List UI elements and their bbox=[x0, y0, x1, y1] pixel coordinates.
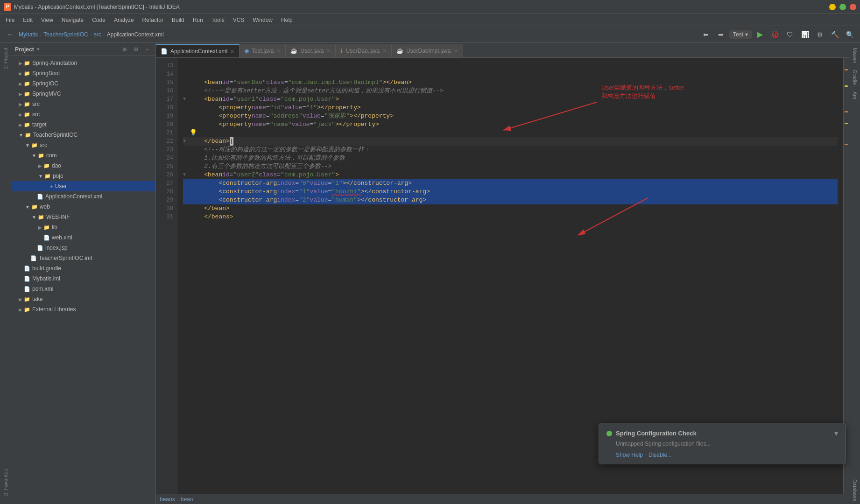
database-tab[interactable]: Database bbox=[851, 476, 859, 504]
tab-userdaoimpl[interactable]: ☕ UserDaoImpl.java ✕ bbox=[392, 44, 463, 57]
tree-item-spring-annotation[interactable]: ▶📁Spring-Annotation bbox=[11, 58, 155, 68]
fold-21[interactable] bbox=[183, 129, 190, 137]
navigate-back-button[interactable]: ⬅ bbox=[699, 28, 712, 41]
tree-item-web[interactable]: ▼📁web bbox=[11, 202, 155, 212]
menu-refactor[interactable]: Refactor bbox=[139, 16, 167, 24]
tree-item-src-1[interactable]: ▶📁src bbox=[11, 99, 155, 109]
close-button[interactable] bbox=[850, 4, 856, 10]
fold-29[interactable] bbox=[183, 196, 190, 204]
run-config-selector[interactable]: Test ▾ bbox=[729, 30, 752, 39]
fold-23[interactable] bbox=[183, 146, 190, 154]
tab-test-close[interactable]: ✕ bbox=[276, 48, 281, 54]
fold-18[interactable] bbox=[183, 104, 190, 112]
tree-item-webxml[interactable]: ▶ 📄 web.xml bbox=[11, 232, 155, 243]
fold-26[interactable]: ▼ bbox=[183, 171, 190, 179]
menu-code[interactable]: Code bbox=[88, 16, 109, 24]
fold-22[interactable]: ▼ bbox=[183, 137, 190, 146]
fold-28[interactable] bbox=[183, 188, 190, 196]
toolbar-back-button[interactable]: ← bbox=[4, 28, 17, 41]
menu-build[interactable]: Build bbox=[168, 16, 188, 24]
tree-item-iml[interactable]: ▶ 📄 TeacherSprintIOC.iml bbox=[11, 253, 155, 263]
tree-item-springboot[interactable]: ▶📁SpringBoot bbox=[11, 68, 155, 78]
tab-test[interactable]: ◉ Test.java ✕ bbox=[240, 44, 286, 57]
minimize-button[interactable] bbox=[829, 4, 836, 10]
breadcrumb-beans[interactable]: beans bbox=[160, 496, 175, 503]
menu-tools[interactable]: Tools bbox=[208, 16, 228, 24]
menu-help[interactable]: Help bbox=[277, 16, 296, 24]
tab-user-close[interactable]: ✕ bbox=[326, 48, 331, 54]
tree-item-indexjsp[interactable]: ▶ 📄 index.jsp bbox=[11, 243, 155, 253]
breadcrumb-teacher[interactable]: TeacherSprintIOC bbox=[43, 31, 88, 38]
profile-button[interactable]: 📊 bbox=[798, 28, 811, 41]
fold-13[interactable] bbox=[183, 62, 190, 70]
tab-userdaoimpl-close[interactable]: ✕ bbox=[454, 48, 458, 54]
breadcrumb-mybatis[interactable]: Mybatis bbox=[19, 31, 38, 38]
tree-item-applicationcontext[interactable]: ▶ 📄 ApplicationContext.xml bbox=[11, 191, 155, 202]
tab-user[interactable]: ☕ User.java ✕ bbox=[286, 44, 336, 57]
menu-analyze[interactable]: Analyze bbox=[110, 16, 138, 24]
tree-item-pojo[interactable]: ▼📁pojo bbox=[11, 171, 155, 181]
tab-userdao[interactable]: ℹ UserDao.java ✕ bbox=[336, 44, 392, 57]
navigate-forward-button[interactable]: ➡ bbox=[714, 28, 727, 41]
tree-item-src-main[interactable]: ▼📁src bbox=[11, 140, 155, 150]
project-dropdown[interactable]: ▾ bbox=[37, 46, 40, 52]
tree-item-pomxml[interactable]: ▶ 📄 pom.xml bbox=[11, 284, 155, 294]
fold-27[interactable] bbox=[183, 179, 190, 188]
fold-15[interactable] bbox=[183, 78, 190, 87]
fold-16[interactable] bbox=[183, 87, 190, 95]
menu-run[interactable]: Run bbox=[189, 16, 207, 24]
show-help-link[interactable]: Show Help bbox=[616, 452, 643, 458]
menu-edit[interactable]: Edit bbox=[19, 16, 36, 24]
tree-item-springmvc[interactable]: ▶📁SpringMVC bbox=[11, 89, 155, 99]
tree-item-target[interactable]: ▶📁target bbox=[11, 119, 155, 130]
tree-item-buildgradle[interactable]: ▶ 📄 build.gradle bbox=[11, 263, 155, 273]
tab-applicationcontext-close[interactable]: ✕ bbox=[230, 49, 234, 55]
build-button[interactable]: 🔨 bbox=[828, 28, 841, 41]
tree-item-src-2[interactable]: ▶📁src bbox=[11, 109, 155, 119]
run-button[interactable]: ▶ bbox=[754, 28, 767, 41]
maven-tab[interactable]: Maven bbox=[851, 45, 859, 66]
menu-view[interactable]: View bbox=[37, 16, 57, 24]
tree-item-mybatisiml[interactable]: ▶ 📄 Mybatis.iml bbox=[11, 273, 155, 284]
fold-17[interactable]: ▼ bbox=[183, 95, 190, 104]
fold-20[interactable] bbox=[183, 120, 190, 129]
tab-applicationcontext[interactable]: 📄 ApplicationContext.xml ✕ bbox=[156, 44, 240, 57]
fold-24[interactable] bbox=[183, 154, 190, 162]
tree-item-webinf[interactable]: ▼📁WEB-INF bbox=[11, 212, 155, 222]
fold-25[interactable] bbox=[183, 162, 190, 171]
sidebar-scope-icon[interactable]: ⊕ bbox=[120, 45, 129, 54]
menu-vcs[interactable]: VCS bbox=[229, 16, 248, 24]
fold-19[interactable] bbox=[183, 112, 190, 120]
window-controls[interactable] bbox=[829, 4, 856, 10]
tree-item-com[interactable]: ▼📁com bbox=[11, 150, 155, 161]
breadcrumb-bean[interactable]: bean bbox=[181, 496, 193, 503]
spring-popup-close[interactable]: ▾ bbox=[834, 429, 838, 438]
menu-navigate[interactable]: Navigate bbox=[58, 16, 87, 24]
breadcrumb-src[interactable]: src bbox=[94, 31, 101, 38]
fold-31[interactable] bbox=[183, 213, 190, 221]
fold-14[interactable] bbox=[183, 70, 190, 78]
project-panel-tab[interactable]: 1: Project bbox=[2, 45, 9, 72]
tree-item-take[interactable]: ▶📁take bbox=[11, 294, 155, 304]
disable-link[interactable]: Disable... bbox=[649, 452, 672, 458]
maximize-button[interactable] bbox=[839, 4, 846, 10]
sidebar-collapse-icon[interactable]: − bbox=[142, 45, 152, 54]
ant-tab[interactable]: Ant bbox=[851, 89, 859, 102]
debug-button[interactable]: 🐞 bbox=[768, 28, 782, 41]
fold-30[interactable] bbox=[183, 204, 190, 213]
menu-file[interactable]: File bbox=[2, 16, 18, 24]
favorites-panel-tab[interactable]: 2: Favorites bbox=[2, 466, 9, 498]
sidebar-settings-icon[interactable]: ⚙ bbox=[131, 45, 141, 54]
tab-userdao-close[interactable]: ✕ bbox=[382, 48, 387, 54]
tree-item-teachersprintioc[interactable]: ▼📁TeacherSprintIOC bbox=[11, 130, 155, 140]
tree-item-external-libs[interactable]: ▶📁External Libraries bbox=[11, 304, 155, 315]
coverage-button[interactable]: 🛡 bbox=[783, 28, 797, 41]
settings-button[interactable]: ⚙ bbox=[813, 28, 826, 41]
gradle-tab[interactable]: Gradle bbox=[851, 67, 859, 88]
tree-item-springioc[interactable]: ▶📁SpringIOC bbox=[11, 78, 155, 89]
tree-item-dao[interactable]: ▶📁dao bbox=[11, 161, 155, 171]
tree-item-user[interactable]: ▶ ● User bbox=[11, 181, 155, 191]
search-everywhere-button[interactable]: 🔍 bbox=[843, 28, 856, 41]
tree-item-lib[interactable]: ▶📁lib bbox=[11, 222, 155, 232]
menu-window[interactable]: Window bbox=[249, 16, 276, 24]
